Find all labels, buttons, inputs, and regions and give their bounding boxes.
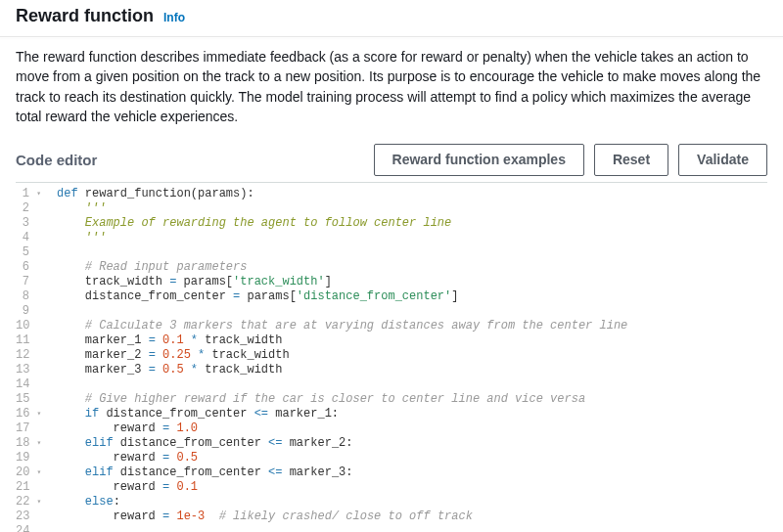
gutter-line: 11 — [16, 333, 51, 348]
code-line[interactable]: marker_3 = 0.5 * track_width — [51, 363, 767, 377]
code-line[interactable]: reward = 0.5 — [51, 451, 767, 466]
gutter-line: 9 — [16, 304, 51, 319]
gutter-line: 1 ▾ — [16, 187, 51, 201]
reward-examples-button[interactable]: Reward function examples — [374, 144, 584, 176]
gutter-line: 10 — [16, 319, 51, 333]
editor-toolbar: Code editor Reward function examples Res… — [16, 144, 767, 176]
validate-button[interactable]: Validate — [678, 144, 767, 176]
page-title: Reward function — [16, 6, 154, 26]
gutter-line: 14 — [16, 377, 51, 392]
editor-label: Code editor — [16, 152, 97, 168]
code-line[interactable]: ''' — [51, 201, 767, 216]
code-line[interactable]: # Read input parameters — [51, 260, 767, 275]
code-line[interactable]: marker_2 = 0.25 * track_width — [51, 348, 767, 363]
code-line[interactable]: ''' — [51, 231, 767, 245]
code-line[interactable]: # Give higher reward if the car is close… — [51, 392, 767, 407]
code-line[interactable]: if distance_from_center <= marker_1: — [51, 407, 767, 421]
code-line[interactable]: track_width = params['track_width'] — [51, 275, 767, 289]
info-link[interactable]: Info — [163, 11, 185, 24]
code-line[interactable]: reward = 0.1 — [51, 480, 767, 495]
gutter-line: 2 — [16, 201, 51, 216]
code-line[interactable]: reward = 1e-3 # likely crashed/ close to… — [51, 510, 767, 524]
gutter-line: 19 — [16, 451, 51, 466]
gutter-line: 5 — [16, 245, 51, 260]
code-line[interactable]: elif distance_from_center <= marker_3: — [51, 466, 767, 480]
code-line[interactable] — [51, 377, 767, 392]
gutter-line: 13 — [16, 363, 51, 377]
reward-description: The reward function describes immediate … — [16, 47, 767, 126]
code-line[interactable]: marker_1 = 0.1 * track_width — [51, 333, 767, 348]
code-line[interactable] — [51, 245, 767, 260]
gutter-line: 23 — [16, 510, 51, 524]
gutter-line: 7 — [16, 275, 51, 289]
code-line[interactable]: reward = 1.0 — [51, 421, 767, 436]
code-line[interactable]: def reward_function(params): — [51, 187, 767, 201]
gutter-line: 21 — [16, 480, 51, 495]
code-line[interactable]: distance_from_center = params['distance_… — [51, 289, 767, 304]
gutter-line: 18 ▾ — [16, 436, 51, 451]
gutter-line: 4 — [16, 231, 51, 245]
code-line[interactable] — [51, 524, 767, 532]
button-group: Reward function examples Reset Validate — [374, 144, 767, 176]
gutter-line: 8 — [16, 289, 51, 304]
gutter-line: 24 — [16, 524, 51, 532]
gutter-line: 16 ▾ — [16, 407, 51, 421]
page-header: Reward function Info — [16, 0, 767, 36]
reset-button[interactable]: Reset — [594, 144, 668, 176]
gutter-line: 3 — [16, 216, 51, 231]
gutter-line: 12 — [16, 348, 51, 363]
gutter-line: 17 — [16, 421, 51, 436]
divider — [16, 182, 767, 183]
code-line[interactable] — [51, 304, 767, 319]
code-line[interactable]: Example of rewarding the agent to follow… — [51, 216, 767, 231]
gutter-line: 15 — [16, 392, 51, 407]
gutter-line: 6 — [16, 260, 51, 275]
gutter-line: 22 ▾ — [16, 495, 51, 510]
gutter-line: 20 ▾ — [16, 466, 51, 480]
divider — [0, 36, 783, 37]
code-line[interactable]: # Calculate 3 markers that are at varyin… — [51, 319, 767, 333]
code-line[interactable]: else: — [51, 495, 767, 510]
code-line[interactable]: elif distance_from_center <= marker_2: — [51, 436, 767, 451]
code-editor[interactable]: 1 ▾def reward_function(params):2 '''3 Ex… — [16, 187, 767, 532]
